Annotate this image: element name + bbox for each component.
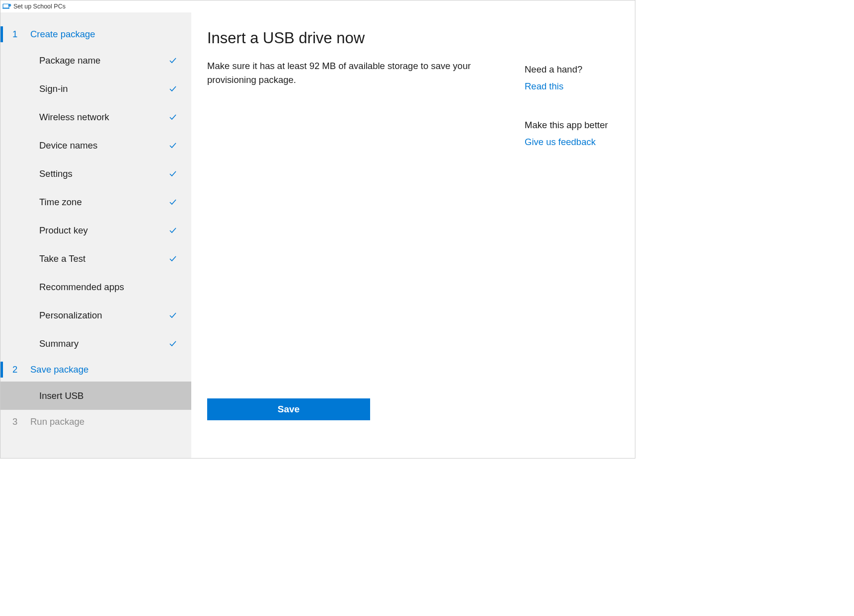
check-icon bbox=[168, 339, 177, 348]
step-label: Personalization bbox=[39, 310, 102, 321]
window-titlebar: Set up School PCs bbox=[0, 0, 635, 12]
step-label: Product key bbox=[39, 225, 88, 236]
svg-rect-0 bbox=[3, 4, 9, 8]
step-label: Sign-in bbox=[39, 83, 68, 94]
check-icon bbox=[168, 311, 177, 320]
phase-label: Run package bbox=[30, 416, 84, 427]
phase-label: Save package bbox=[30, 364, 88, 375]
step-wireless-network[interactable]: Wireless network bbox=[0, 103, 191, 131]
step-label: Insert USB bbox=[39, 390, 83, 401]
step-label: Settings bbox=[39, 168, 73, 179]
check-icon bbox=[168, 84, 177, 93]
phase-run-package: 3 Run package bbox=[0, 410, 191, 434]
help-heading-need-hand: Need a hand? bbox=[525, 64, 619, 75]
step-label: Summary bbox=[39, 338, 78, 349]
step-settings[interactable]: Settings bbox=[0, 159, 191, 188]
window-title: Set up School PCs bbox=[13, 3, 66, 10]
svg-rect-1 bbox=[2, 8, 9, 8]
give-feedback-link[interactable]: Give us feedback bbox=[525, 137, 619, 148]
wizard-sidebar: 1 Create package Package name Sign-in Wi… bbox=[0, 12, 191, 458]
help-panel: Need a hand? Read this Make this app bet… bbox=[525, 26, 619, 446]
help-heading-make-better: Make this app better bbox=[525, 120, 619, 131]
check-icon bbox=[168, 226, 177, 235]
step-label: Package name bbox=[39, 55, 100, 66]
step-product-key[interactable]: Product key bbox=[0, 216, 191, 244]
step-package-name[interactable]: Package name bbox=[0, 46, 191, 75]
step-time-zone[interactable]: Time zone bbox=[0, 188, 191, 216]
step-label: Wireless network bbox=[39, 112, 109, 123]
check-icon bbox=[168, 113, 177, 122]
step-insert-usb[interactable]: Insert USB bbox=[0, 382, 191, 410]
main-content: Insert a USB drive now Make sure it has … bbox=[191, 12, 635, 458]
phase-number: 1 bbox=[12, 29, 30, 40]
step-personalization[interactable]: Personalization bbox=[0, 301, 191, 329]
step-device-names[interactable]: Device names bbox=[0, 131, 191, 159]
phase-create-package[interactable]: 1 Create package bbox=[0, 22, 191, 46]
step-label: Device names bbox=[39, 140, 97, 151]
phase-label: Create package bbox=[30, 29, 95, 40]
phase-save-package[interactable]: 2 Save package bbox=[0, 358, 191, 382]
read-this-link[interactable]: Read this bbox=[525, 81, 619, 92]
step-sign-in[interactable]: Sign-in bbox=[0, 75, 191, 103]
page-title: Insert a USB drive now bbox=[207, 29, 525, 47]
step-label: Time zone bbox=[39, 197, 82, 208]
check-icon bbox=[168, 141, 177, 150]
check-icon bbox=[168, 169, 177, 178]
save-button[interactable]: Save bbox=[207, 398, 370, 420]
app-icon bbox=[2, 3, 11, 10]
step-summary[interactable]: Summary bbox=[0, 329, 191, 358]
step-recommended-apps[interactable]: Recommended apps bbox=[0, 273, 191, 301]
step-take-a-test[interactable]: Take a Test bbox=[0, 244, 191, 273]
check-icon bbox=[168, 56, 177, 65]
check-icon bbox=[168, 198, 177, 207]
page-description: Make sure it has at least 92 MB of avail… bbox=[207, 59, 475, 87]
step-label: Recommended apps bbox=[39, 282, 124, 293]
check-icon bbox=[168, 254, 177, 263]
phase-number: 2 bbox=[12, 364, 30, 375]
step-label: Take a Test bbox=[39, 253, 85, 264]
phase-number: 3 bbox=[12, 416, 30, 427]
